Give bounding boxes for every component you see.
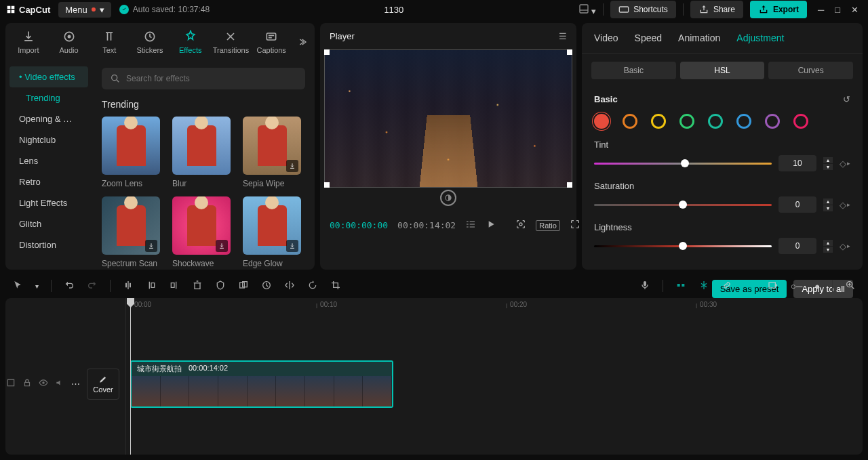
snap-icon[interactable] — [698, 280, 709, 293]
video-clip[interactable]: 城市街景航拍 00:00:14:02 — [130, 360, 393, 408]
inspector-tab-animation[interactable]: Animation — [678, 33, 720, 43]
category-lens[interactable]: Lens — [9, 150, 88, 171]
effect-shockwave[interactable]: Shockwave — [172, 196, 235, 268]
search-input[interactable] — [102, 68, 305, 89]
export-button[interactable]: Export — [750, 1, 807, 18]
effect-blur[interactable]: Blur — [172, 117, 235, 188]
tab-stickers[interactable]: Stickers — [130, 28, 170, 56]
download-icon[interactable] — [216, 240, 228, 252]
play-icon[interactable] — [486, 219, 496, 232]
saturation-input[interactable]: 0 — [778, 196, 816, 213]
preview-icon[interactable] — [768, 280, 778, 293]
category-trending[interactable]: Trending — [9, 87, 88, 108]
layout-icon[interactable]: ▾ — [578, 3, 597, 16]
delete-icon[interactable] — [192, 280, 203, 293]
playhead[interactable] — [130, 298, 131, 455]
track-settings-icon[interactable] — [6, 378, 16, 390]
mute-icon[interactable] — [55, 378, 64, 390]
tab-text[interactable]: Text — [89, 28, 130, 56]
effect-zoom-lens[interactable]: Zoom Lens — [102, 117, 164, 188]
color-swatch-5[interactable] — [736, 114, 751, 129]
reset-icon[interactable]: ↺ — [843, 94, 850, 104]
group-icon[interactable] — [238, 280, 249, 293]
shortcuts-button[interactable]: Shortcuts — [610, 1, 676, 18]
color-swatch-2[interactable] — [651, 114, 666, 129]
cover-button[interactable]: Cover — [87, 369, 119, 400]
crop-icon[interactable] — [330, 280, 341, 293]
category-distortion[interactable]: Distortion — [9, 234, 88, 255]
color-swatch-4[interactable] — [708, 114, 723, 129]
inspector-tab-adjustment[interactable]: Adjustment — [736, 33, 784, 43]
reverse-icon[interactable] — [261, 280, 272, 293]
player-menu-icon[interactable]: ☰ — [559, 31, 567, 41]
compare-icon[interactable] — [440, 190, 456, 206]
inspector-tab-speed[interactable]: Speed — [635, 33, 662, 43]
subtab-basic[interactable]: Basic — [591, 62, 676, 79]
more-tabs-icon[interactable] — [292, 28, 312, 56]
eye-icon[interactable] — [39, 378, 48, 390]
saturation-slider[interactable] — [594, 204, 772, 206]
select-dropdown-icon[interactable]: ▾ — [35, 283, 39, 290]
close-icon[interactable]: ✕ — [851, 5, 859, 15]
effect-sepia-wipe[interactable]: Sepia Wipe — [243, 117, 305, 188]
share-button[interactable]: Share — [690, 1, 743, 18]
lightness-stepper[interactable]: ▲▼ — [823, 240, 833, 253]
zoom-out-icon[interactable]: ○─ — [791, 281, 802, 291]
mirror-icon[interactable] — [284, 280, 295, 293]
tint-keyframe-icon[interactable]: ◇▸ — [840, 159, 850, 169]
tab-effects[interactable]: Effects — [170, 28, 211, 56]
color-swatch-3[interactable] — [679, 114, 694, 129]
list-icon[interactable] — [465, 219, 476, 232]
magnet-icon[interactable] — [675, 280, 686, 293]
split-icon[interactable] — [123, 280, 134, 293]
lightness-keyframe-icon[interactable]: ◇▸ — [840, 241, 850, 251]
fullscreen-icon[interactable] — [570, 219, 580, 232]
color-swatch-6[interactable] — [765, 114, 780, 129]
trim-right-icon[interactable] — [169, 280, 180, 293]
menu-button[interactable]: Menu▾ — [58, 2, 111, 18]
lightness-slider[interactable] — [594, 245, 772, 247]
inspector-tab-video[interactable]: Video — [594, 33, 618, 43]
color-swatch-1[interactable] — [623, 114, 637, 129]
tint-input[interactable]: 10 — [778, 155, 816, 171]
zoom-fit-icon[interactable] — [845, 280, 856, 293]
tint-stepper[interactable]: ▲▼ — [823, 157, 833, 170]
rotate-icon[interactable] — [307, 280, 318, 293]
scan-icon[interactable] — [515, 219, 526, 232]
category-glitch[interactable]: Glitch — [9, 213, 88, 234]
align-icon[interactable] — [745, 280, 755, 293]
minimize-icon[interactable]: ─ — [818, 5, 824, 15]
select-tool-icon[interactable] — [12, 280, 23, 293]
redo-icon[interactable] — [87, 280, 98, 293]
undo-icon[interactable] — [64, 280, 75, 293]
lock-icon[interactable] — [22, 378, 32, 390]
effect-edge-glow[interactable]: Edge Glow — [243, 196, 305, 268]
subtab-curves[interactable]: Curves — [768, 62, 853, 79]
category-opening[interactable]: Opening & … — [9, 108, 88, 129]
saturation-keyframe-icon[interactable]: ◇▸ — [840, 200, 850, 210]
download-icon[interactable] — [286, 240, 298, 252]
ratio-button[interactable]: Ratio — [536, 220, 560, 231]
saturation-stepper[interactable]: ▲▼ — [823, 198, 833, 211]
effect-spectrum-scan[interactable]: Spectrum Scan — [102, 196, 164, 268]
category-nightclub[interactable]: Nightclub — [9, 129, 88, 150]
lightness-input[interactable]: 0 — [778, 238, 816, 254]
category-lighteffects[interactable]: Light Effects — [9, 192, 88, 213]
tab-transitions[interactable]: Transitions — [211, 28, 252, 56]
tab-import[interactable]: Import — [8, 28, 49, 56]
tab-audio[interactable]: Audio — [49, 28, 90, 56]
download-icon[interactable] — [145, 240, 157, 252]
player-viewport[interactable] — [324, 49, 572, 188]
color-swatch-0[interactable] — [594, 114, 609, 129]
subtab-hsl[interactable]: HSL — [680, 62, 765, 79]
maximize-icon[interactable]: □ — [835, 5, 840, 15]
more-icon[interactable]: ⋯ — [71, 379, 80, 389]
marker-icon[interactable] — [215, 280, 226, 293]
mic-icon[interactable] — [639, 280, 650, 293]
download-icon[interactable] — [286, 160, 298, 172]
video-effects-header[interactable]: • Video effects — [9, 66, 88, 87]
trim-left-icon[interactable] — [146, 280, 157, 293]
zoom-slider[interactable]: ● — [814, 281, 820, 291]
link-icon[interactable] — [722, 280, 732, 293]
color-swatch-7[interactable] — [793, 114, 808, 129]
